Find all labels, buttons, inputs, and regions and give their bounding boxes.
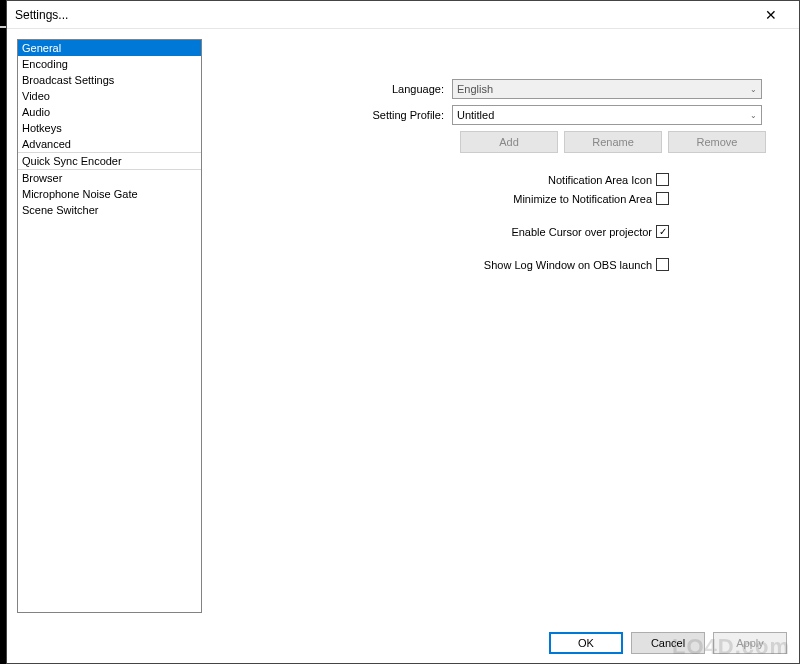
sidebar-item-label: Microphone Noise Gate xyxy=(22,188,138,200)
sidebar-item-encoding[interactable]: Encoding xyxy=(18,56,201,72)
profile-row: Setting Profile: Untitled ⌄ xyxy=(312,105,789,125)
cancel-button[interactable]: Cancel xyxy=(631,632,705,654)
add-button[interactable]: Add xyxy=(460,131,558,153)
cursor-checkbox[interactable]: ✓ xyxy=(656,225,669,238)
ok-button[interactable]: OK xyxy=(549,632,623,654)
cursor-row: Enable Cursor over projector ✓ xyxy=(312,225,669,238)
sidebar-item-label: Encoding xyxy=(22,58,68,70)
sidebar-item-label: Scene Switcher xyxy=(22,204,98,216)
language-select[interactable]: English ⌄ xyxy=(452,79,762,99)
sidebar-item-label: Broadcast Settings xyxy=(22,74,114,86)
close-button[interactable]: ✕ xyxy=(751,3,791,27)
sidebar-item-video[interactable]: Video xyxy=(18,88,201,104)
profile-button-row: Add Rename Remove xyxy=(460,131,789,153)
language-label: Language: xyxy=(312,83,452,95)
sidebar-item-label: Video xyxy=(22,90,50,102)
apply-button[interactable]: Apply xyxy=(713,632,787,654)
sidebar: General Encoding Broadcast Settings Vide… xyxy=(17,39,202,613)
minimize-label: Minimize to Notification Area xyxy=(513,193,652,205)
log-window-row: Show Log Window on OBS launch xyxy=(312,258,669,271)
sidebar-item-label: Advanced xyxy=(22,138,71,150)
window-title: Settings... xyxy=(15,8,68,22)
cursor-label: Enable Cursor over projector xyxy=(511,226,652,238)
sidebar-item-label: Hotkeys xyxy=(22,122,62,134)
profile-value: Untitled xyxy=(457,109,494,121)
main-panel: Language: English ⌄ Setting Profile: Unt… xyxy=(212,39,789,613)
sidebar-item-label: Audio xyxy=(22,106,50,118)
sidebar-item-advanced[interactable]: Advanced xyxy=(18,136,201,152)
profile-label: Setting Profile: xyxy=(312,109,452,121)
chevron-down-icon: ⌄ xyxy=(750,85,757,94)
close-icon: ✕ xyxy=(765,7,777,23)
log-window-label: Show Log Window on OBS launch xyxy=(484,259,652,271)
notification-icon-label: Notification Area Icon xyxy=(548,174,652,186)
sidebar-item-label: General xyxy=(22,42,61,54)
rename-button[interactable]: Rename xyxy=(564,131,662,153)
titlebar: Settings... ✕ xyxy=(7,1,799,29)
log-window-checkbox[interactable] xyxy=(656,258,669,271)
language-value: English xyxy=(457,83,493,95)
minimize-row: Minimize to Notification Area xyxy=(312,192,669,205)
language-row: Language: English ⌄ xyxy=(312,79,789,99)
sidebar-item-quick-sync-encoder[interactable]: Quick Sync Encoder xyxy=(18,153,201,169)
notification-icon-checkbox[interactable] xyxy=(656,173,669,186)
sidebar-item-hotkeys[interactable]: Hotkeys xyxy=(18,120,201,136)
notification-icon-row: Notification Area Icon xyxy=(312,173,669,186)
settings-window: Settings... ✕ General Encoding Broadcast… xyxy=(6,0,800,664)
minimize-checkbox[interactable] xyxy=(656,192,669,205)
sidebar-item-audio[interactable]: Audio xyxy=(18,104,201,120)
sidebar-item-browser[interactable]: Browser xyxy=(18,170,201,186)
sidebar-item-broadcast-settings[interactable]: Broadcast Settings xyxy=(18,72,201,88)
footer: OK Cancel Apply xyxy=(7,623,799,663)
sidebar-item-microphone-noise-gate[interactable]: Microphone Noise Gate xyxy=(18,186,201,202)
sidebar-item-label: Browser xyxy=(22,172,62,184)
remove-button[interactable]: Remove xyxy=(668,131,766,153)
sidebar-item-scene-switcher[interactable]: Scene Switcher xyxy=(18,202,201,218)
sidebar-item-label: Quick Sync Encoder xyxy=(22,155,122,167)
sidebar-item-general[interactable]: General xyxy=(18,40,201,56)
profile-select[interactable]: Untitled ⌄ xyxy=(452,105,762,125)
chevron-down-icon: ⌄ xyxy=(750,111,757,120)
content-area: General Encoding Broadcast Settings Vide… xyxy=(7,29,799,623)
